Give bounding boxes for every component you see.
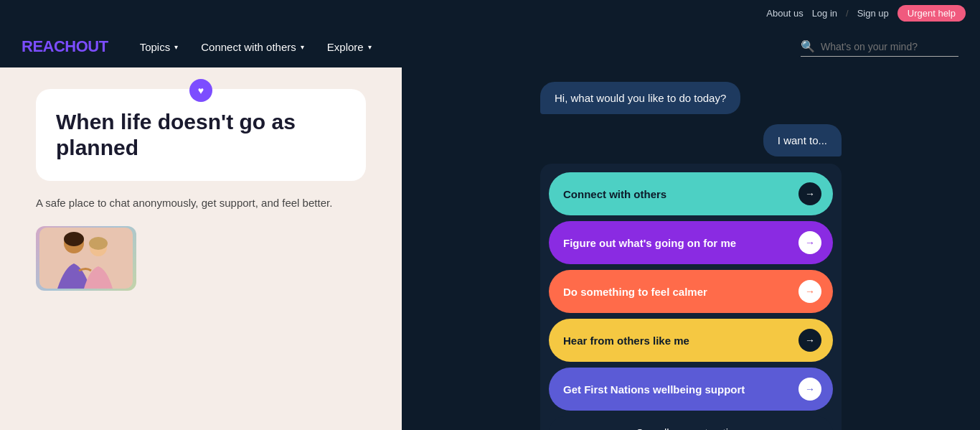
login-link[interactable]: Log in: [812, 8, 837, 19]
search-area[interactable]: 🔍: [801, 37, 958, 57]
logo[interactable]: REACHOUT: [22, 37, 108, 56]
hero-illustration: [39, 228, 133, 289]
about-link[interactable]: About us: [766, 8, 803, 19]
option-connect[interactable]: Connect with others →: [549, 172, 833, 215]
arrow-icon: →: [798, 329, 821, 352]
option-figure[interactable]: Figure out what's going on for me →: [549, 221, 833, 264]
search-input[interactable]: [821, 41, 950, 52]
logo-reach: REACH: [22, 37, 76, 55]
option-calmer[interactable]: Do something to feel calmer →: [549, 270, 833, 313]
hero-title: When life doesn't go as planned: [56, 109, 346, 161]
chevron-down-icon: ▾: [174, 43, 178, 51]
chat-container: Hi, what would you like to do today? I w…: [540, 82, 842, 430]
hero-card: ♥ When life doesn't go as planned: [36, 89, 366, 181]
search-icon: 🔍: [801, 39, 815, 53]
nav-explore[interactable]: Explore ▾: [317, 35, 382, 59]
svg-point-4: [89, 237, 108, 250]
right-panel: Hi, what would you like to do today? I w…: [402, 67, 980, 430]
left-panel: ♥ When life doesn't go as planned A safe…: [0, 67, 402, 430]
heart-badge: ♥: [189, 79, 212, 102]
arrow-icon: →: [798, 231, 821, 254]
chevron-down-icon: ▾: [368, 43, 372, 51]
divider: /: [846, 8, 849, 19]
signup-link[interactable]: Sign up: [857, 8, 889, 19]
hero-subtitle: A safe place to chat anonymously, get su…: [36, 195, 366, 212]
option-nations[interactable]: Get First Nations wellbeing support →: [549, 368, 833, 411]
chevron-down-icon: ▾: [301, 43, 304, 51]
hero-image: [36, 226, 136, 291]
heart-icon: ♥: [198, 85, 204, 96]
svg-point-2: [64, 232, 84, 246]
urgent-help-button[interactable]: Urgent help: [897, 5, 966, 22]
see-all-button[interactable]: See all support options: [549, 416, 833, 430]
top-bar: About us Log in / Sign up Urgent help: [0, 0, 980, 26]
option-hear[interactable]: Hear from others like me →: [549, 319, 833, 362]
main-content: ♥ When life doesn't go as planned A safe…: [0, 67, 980, 430]
options-box: Connect with others → Figure out what's …: [540, 164, 842, 430]
greeting-bubble: Hi, what would you like to do today?: [540, 82, 740, 114]
nav-topics[interactable]: Topics ▾: [130, 35, 189, 59]
response-bubble: I want to...: [763, 124, 842, 156]
logo-out: OUT: [76, 37, 108, 55]
arrow-icon: →: [798, 280, 821, 303]
nav-connect[interactable]: Connect with others ▾: [191, 35, 314, 59]
nav-items: Topics ▾ Connect with others ▾ Explore ▾: [130, 35, 801, 59]
arrow-icon: →: [798, 378, 821, 401]
arrow-icon: →: [798, 182, 821, 205]
navigation: REACHOUT Topics ▾ Connect with others ▾ …: [0, 26, 980, 67]
